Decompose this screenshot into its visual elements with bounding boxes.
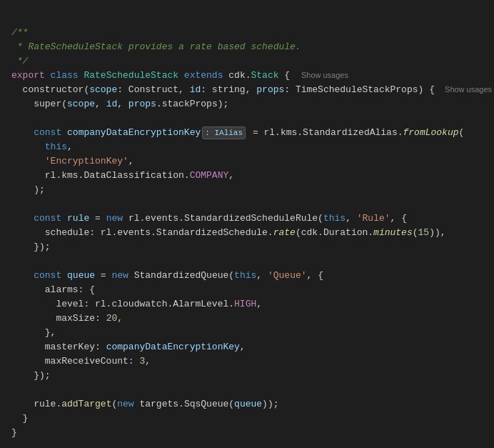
code-line: maxSize: 20, [0, 312, 494, 326]
code-token: , [117, 312, 123, 326]
code-token: 3 [139, 354, 145, 369]
code-token: HIGH [234, 297, 256, 312]
code-token: } [11, 426, 17, 440]
code-token: level: rl.cloudwatch.AlarmLevel. [11, 297, 234, 312]
code-line: } [0, 426, 494, 440]
code-text: ( [459, 126, 465, 140]
code-token: cdk [228, 69, 245, 83]
code-token: this [45, 140, 67, 154]
code-line: const rule = new rl.events.StandardizedS… [0, 211, 494, 226]
code-token: 20 [106, 312, 118, 326]
code-token: , [228, 169, 234, 183]
code-token: props [256, 83, 284, 97]
code-token: }); [11, 240, 51, 254]
method-name: fromLookup [403, 126, 459, 140]
code-token: }, [11, 326, 56, 340]
code-line: const companyDataEncryptionKey: IAlias =… [0, 126, 494, 140]
code-line: * RateScheduleStack provides a rate base… [0, 40, 494, 54]
code-token: alarms: { [11, 283, 95, 297]
code-token: rl.kms.DataClassification. [11, 169, 190, 183]
code-token: targets.SqsQueue( [139, 397, 234, 412]
code-token: rate [273, 226, 296, 240]
code-line [0, 111, 494, 126]
keyword-const: const [34, 126, 67, 140]
code-token: , [346, 211, 357, 226]
code-token: , [256, 269, 268, 283]
code-token: .stackProps); [156, 97, 228, 111]
code-token: /** [11, 26, 28, 40]
code-line: level: rl.cloudwatch.AlarmLevel.HIGH, [0, 297, 494, 312]
code-token [11, 211, 34, 226]
code-line: } [0, 412, 494, 426]
code-line: }); [0, 240, 494, 254]
code-token: * RateScheduleStack provides a rate base… [11, 40, 301, 54]
code-token: new [117, 397, 139, 412]
code-token: : string, [201, 83, 256, 97]
code-token: rule. [11, 397, 61, 412]
code-token: props [128, 97, 156, 111]
code-line: const queue = new StandardizedQueue(this… [0, 269, 494, 283]
code-token: const [34, 211, 67, 226]
code-token: constructor( [11, 83, 89, 97]
code-token: masterKey: [11, 340, 106, 354]
code-token: , [67, 140, 73, 154]
code-viewer: /** * RateScheduleStack provides a rate … [0, 9, 494, 443]
code-line: ); [0, 183, 494, 197]
variable-name: companyDataEncryptionKey [67, 126, 201, 140]
code-token: } [11, 412, 28, 426]
code-token: minutes [373, 226, 413, 240]
code-token: new [111, 269, 133, 283]
code-token: Stack [251, 69, 279, 83]
code-token: ( [111, 397, 117, 412]
code-token: }); [11, 369, 51, 383]
code-line: export class RateScheduleStack extends c… [0, 69, 494, 83]
code-token: 'Rule' [357, 211, 390, 226]
code-token: . [246, 69, 251, 83]
code-token: = [95, 269, 111, 283]
code-line: alarms: { [0, 283, 494, 297]
code-line: /** [0, 26, 494, 40]
code-token: schedule: rl.events.StandardizedSchedule… [11, 226, 273, 240]
code-line: rule.addTarget(new targets.SqsQueue(queu… [0, 397, 494, 412]
code-line: */ [0, 54, 494, 69]
show-usages-link[interactable]: Show usages [301, 69, 348, 81]
code-line [0, 254, 494, 269]
code-line: constructor(scope: Construct, id: string… [0, 83, 494, 97]
code-line: this, [0, 140, 494, 154]
code-token: , [117, 97, 128, 111]
code-token: queue [234, 397, 262, 412]
code-token: extends [184, 69, 228, 83]
code-line: schedule: rl.events.StandardizedSchedule… [0, 226, 494, 240]
code-token [11, 269, 34, 283]
code-text: = rl.kms.StandardizedAlias. [247, 126, 403, 140]
code-token: : TimeScheduleStackProps) { [284, 83, 435, 97]
code-token: 15 [418, 226, 430, 240]
code-token [11, 140, 45, 154]
code-token: queue [67, 269, 95, 283]
code-token: COMPANY [190, 169, 229, 183]
code-token: (cdk.Duration. [296, 226, 373, 240]
code-token: ); [11, 183, 45, 197]
code-token: rl.events.StandardizedScheduleRule( [128, 211, 323, 226]
code-token: 'Queue' [268, 269, 307, 283]
code-token [11, 154, 45, 169]
code-token: RateScheduleStack [84, 69, 183, 83]
code-token: this [323, 211, 346, 226]
code-token: scope [67, 97, 95, 111]
code-line [0, 383, 494, 397]
code-token: : Construct, [117, 83, 189, 97]
code-token: companyDataEncryptionKey [106, 340, 240, 354]
code-token: super( [11, 97, 67, 111]
code-token: maxReceiveCount: [11, 354, 139, 369]
code-line: }, [0, 326, 494, 340]
code-token: , { [390, 211, 407, 226]
code-line: rl.kms.DataClassification.COMPANY, [0, 169, 494, 183]
code-token: ( [413, 226, 418, 240]
code-token: , { [307, 269, 323, 283]
code-token: id [106, 97, 118, 111]
code-token: , [256, 297, 262, 312]
show-usages-link[interactable]: Show usages [440, 84, 492, 96]
code-token: StandardizedQueue( [134, 269, 234, 283]
code-line: super(scope, id, props.stackProps); [0, 97, 494, 111]
code-token: )), [429, 226, 445, 240]
